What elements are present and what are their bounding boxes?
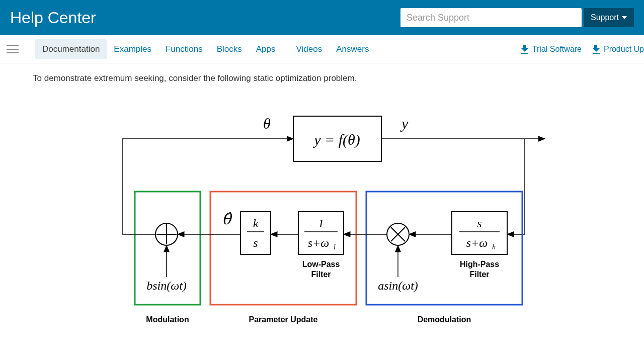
modulation-caption: Modulation — [146, 315, 189, 324]
header-bar: Help Center Support — [0, 0, 644, 35]
content-region: To demonstrate extremum seeking, conside… — [0, 63, 644, 360]
demod-signal-label: asin(ωt) — [378, 279, 418, 292]
lpf-sub: l — [334, 243, 336, 251]
chevron-down-icon — [622, 16, 627, 19]
trial-software-link[interactable]: Trial Software — [521, 45, 582, 54]
tab-answers[interactable]: Answers — [329, 39, 376, 59]
hamburger-icon[interactable] — [0, 45, 25, 53]
tab-functions[interactable]: Functions — [158, 39, 210, 59]
mod-signal-label: bsin(ωt) — [146, 279, 187, 292]
download-icon — [593, 45, 600, 53]
support-label: Support — [591, 13, 619, 22]
hpf-sub: h — [492, 243, 496, 251]
product-updates-link[interactable]: Product Up — [593, 45, 644, 54]
tab-blocks[interactable]: Blocks — [210, 39, 249, 59]
updates-label: Product Up — [604, 45, 644, 54]
lpf-label2: Filter — [311, 270, 331, 279]
promo-links: Trial Software Product Up — [521, 45, 644, 54]
support-dropdown[interactable]: Support — [584, 8, 634, 27]
tab-divider — [286, 43, 286, 55]
int-num: k — [253, 217, 258, 230]
theta-hat-label: θ̂ — [222, 211, 232, 227]
search-input[interactable] — [400, 8, 582, 27]
trial-label: Trial Software — [532, 45, 582, 54]
parameter-caption: Parameter Update — [249, 315, 317, 324]
int-den: s — [253, 236, 258, 249]
intro-text: To demonstrate extremum seeking, conside… — [33, 73, 624, 83]
tab-documentation[interactable]: Documentation — [35, 39, 107, 59]
demodulation-caption: Demodulation — [417, 315, 471, 324]
y-signal-label: y — [400, 115, 409, 132]
hpf-label2: Filter — [469, 270, 489, 279]
tab-apps[interactable]: Apps — [249, 39, 283, 59]
brand-title: Help Center — [10, 9, 400, 27]
nav-bar: Documentation Examples Functions Blocks … — [0, 35, 644, 63]
lpf-den: s+ω — [307, 236, 329, 249]
tabs-container: Documentation Examples Functions Blocks … — [25, 39, 521, 59]
lpf-label1: Low-Pass — [302, 260, 340, 268]
function-block-label: y = f(θ) — [312, 131, 360, 148]
block-diagram: y = f(θ) θ y s s+ω h High-Pass — [107, 99, 550, 350]
tab-videos[interactable]: Videos — [289, 39, 330, 59]
download-icon — [521, 45, 528, 53]
lpf-num: 1 — [318, 217, 324, 230]
tab-examples[interactable]: Examples — [107, 39, 158, 59]
hpf-num: s — [477, 217, 481, 230]
hpf-label1: High-Pass — [459, 260, 499, 268]
hpf-den: s+ω — [466, 236, 487, 249]
theta-signal-label: θ — [263, 115, 271, 132]
wire-sum-up — [122, 139, 155, 234]
